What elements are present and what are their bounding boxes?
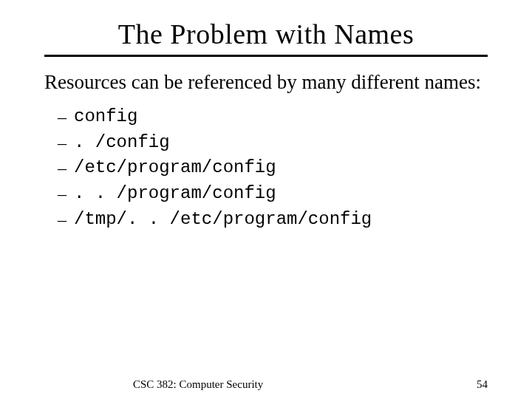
- title-rule: [44, 55, 488, 57]
- list-item: /etc/program/config: [58, 155, 488, 181]
- footer-course: CSC 382: Computer Security: [133, 378, 263, 391]
- footer-page-number: 54: [477, 378, 488, 391]
- list-item: . /config: [58, 130, 488, 156]
- list-item: config: [58, 104, 488, 130]
- slide: The Problem with Names Resources can be …: [0, 0, 532, 399]
- path-list: config . /config /etc/program/config . .…: [58, 104, 488, 233]
- list-item: . . /program/config: [58, 181, 488, 207]
- intro-text: Resources can be referenced by many diff…: [44, 70, 488, 95]
- list-item: /tmp/. . /etc/program/config: [58, 207, 488, 233]
- slide-title: The Problem with Names: [44, 18, 488, 50]
